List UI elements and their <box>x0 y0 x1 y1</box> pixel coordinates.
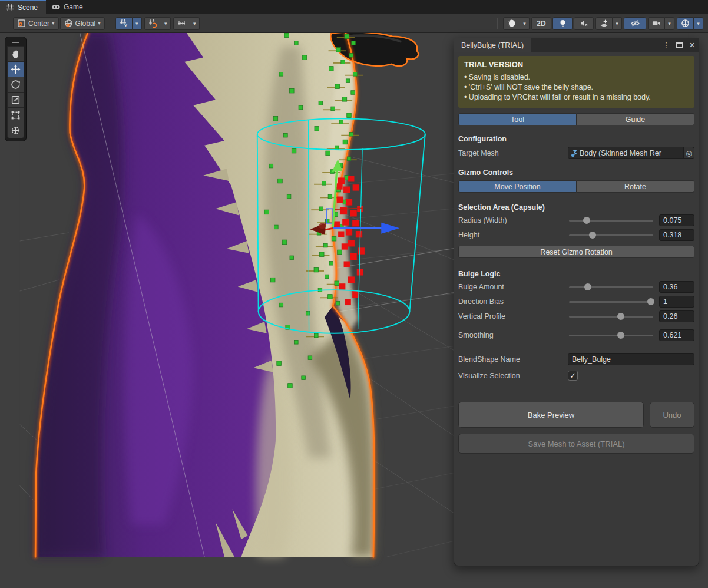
panel-close-button[interactable]: × <box>686 38 699 52</box>
bulge-amount-slider[interactable] <box>568 281 654 293</box>
bulge-amount-value[interactable]: 0.36 <box>659 281 694 293</box>
direction-bias-row: Direction Bias 1 <box>458 296 694 308</box>
trial-bullet: Saving is disabled. <box>464 72 689 82</box>
unity-editor: Scene Game Center ▾ <box>0 0 708 588</box>
smoothing-value[interactable]: 0.621 <box>659 329 694 341</box>
trial-notice-list: Saving is disabled. 'Ctrl+S' will NOT sa… <box>464 72 689 103</box>
smoothing-row: Smoothing 0.621 <box>458 329 694 341</box>
toolbar-separator <box>8 18 8 29</box>
effects-button[interactable] <box>595 17 613 30</box>
gizmos-caret[interactable]: ▾ <box>694 17 703 30</box>
tab-scene[interactable]: Scene <box>0 0 46 14</box>
bake-preview-button[interactable]: Bake Preview <box>458 402 644 428</box>
reset-gizmo-rotation-button[interactable]: Reset Gizmo Rotation <box>458 246 694 258</box>
rotate-label: Rotate <box>624 183 646 191</box>
gamepad-icon <box>52 3 60 11</box>
transform-tool[interactable] <box>7 123 24 138</box>
panel-title: BellyBulge (TRIAL) <box>461 41 524 49</box>
toolbar-separator <box>110 18 110 29</box>
close-icon: × <box>689 40 694 51</box>
draw-mode-button[interactable] <box>503 17 520 30</box>
tab-game[interactable]: Game <box>46 0 91 14</box>
draw-mode-caret[interactable]: ▾ <box>520 17 530 30</box>
move-position-button[interactable]: Move Position <box>458 180 577 193</box>
panel-header[interactable]: BellyBulge (TRIAL) ⋮ × <box>454 38 699 52</box>
height-label: Height <box>458 231 568 239</box>
grid-y-icon: Y <box>120 19 128 28</box>
radius-slider[interactable] <box>568 214 654 226</box>
skinned-mesh-icon <box>570 149 578 157</box>
blendshape-name-input[interactable]: Belly_Bulge <box>568 353 694 365</box>
snap-increment-button[interactable] <box>173 17 190 30</box>
direction-bias-slider[interactable] <box>568 296 654 308</box>
snap-increment-caret[interactable]: ▾ <box>190 17 200 30</box>
scale-tool[interactable] <box>7 92 24 108</box>
scene-lighting-button[interactable] <box>552 17 573 30</box>
vertical-profile-value[interactable]: 0.26 <box>659 310 694 322</box>
effects-caret[interactable]: ▾ <box>613 17 622 30</box>
panel-title-tab[interactable]: BellyBulge (TRIAL) <box>454 38 531 52</box>
panel-maximize-button[interactable] <box>673 38 686 52</box>
radius-value[interactable]: 0.075 <box>659 214 694 226</box>
tab-guide[interactable]: Guide <box>577 113 694 125</box>
height-value[interactable]: 0.318 <box>659 229 694 241</box>
rotate-button[interactable]: Rotate <box>577 180 694 193</box>
grid-snap-caret[interactable]: ▾ <box>161 17 171 30</box>
view-tabstrip: Scene Game <box>0 0 708 14</box>
undo-button[interactable]: Undo <box>650 402 694 428</box>
tab-tool-label: Tool <box>511 115 524 124</box>
vertical-profile-slider[interactable] <box>568 310 654 322</box>
move-position-label: Move Position <box>494 183 541 191</box>
hand-icon <box>11 49 21 59</box>
smoothing-slider[interactable] <box>568 329 654 341</box>
grid-visibility-button[interactable]: Y <box>115 17 133 30</box>
2d-label: 2D <box>537 19 545 28</box>
panel-menu-button[interactable]: ⋮ <box>660 38 673 52</box>
rect-tool[interactable] <box>7 107 24 123</box>
save-mesh-label: Save Mesh to Asset (TRIAL) <box>528 440 624 448</box>
smoothing-label: Smoothing <box>458 331 568 339</box>
toolbar-separator <box>497 18 498 29</box>
rect-tool-icon <box>11 110 21 120</box>
target-mesh-label: Target Mesh <box>458 149 568 157</box>
bulge-amount-label: Bulge Amount <box>458 283 568 291</box>
grid-visibility-caret[interactable]: ▾ <box>133 17 142 30</box>
target-mesh-field[interactable]: Body (Skinned Mesh Rer ◎ <box>568 147 694 159</box>
object-picker-icon[interactable]: ◎ <box>683 147 694 158</box>
move-icon <box>11 64 21 74</box>
scene-audio-button[interactable] <box>574 17 594 30</box>
overlay-drag-handle[interactable] <box>7 39 24 45</box>
grid-snap-button[interactable] <box>144 17 161 30</box>
pivot-mode-dropdown[interactable]: Center ▾ <box>13 17 59 30</box>
bulge-amount-row: Bulge Amount 0.36 <box>458 281 694 293</box>
height-row: Height 0.318 <box>458 229 694 241</box>
2d-toggle-button[interactable]: 2D <box>531 17 551 30</box>
trial-bullet: 'Ctrl+S' will NOT save the belly shape. <box>464 82 689 93</box>
bellybulge-panel: BellyBulge (TRIAL) ⋮ × TRIAL VERSION Sav… <box>454 38 699 566</box>
save-mesh-button[interactable]: Save Mesh to Asset (TRIAL) <box>458 434 694 454</box>
camera-settings-button[interactable] <box>648 17 665 30</box>
radius-label: Radius (Width) <box>458 216 568 224</box>
tab-scene-label: Scene <box>18 4 38 12</box>
configuration-header: Configuration <box>458 135 694 143</box>
gizmos-button[interactable] <box>677 17 694 30</box>
scene-visibility-button[interactable] <box>624 17 646 30</box>
height-slider[interactable] <box>568 229 654 241</box>
eye-hidden-icon <box>631 19 640 28</box>
panel-mode-tabs: Tool Guide <box>458 113 694 125</box>
move-tool[interactable] <box>7 61 24 77</box>
shading-sphere-icon <box>507 19 516 28</box>
direction-bias-value[interactable]: 1 <box>659 296 694 308</box>
view-pan-tool[interactable] <box>7 46 24 62</box>
light-bulb-icon <box>558 19 567 28</box>
avatar-body[interactable] <box>35 33 375 557</box>
tab-tool[interactable]: Tool <box>458 113 577 125</box>
camera-icon <box>652 19 661 28</box>
visualize-selection-checkbox[interactable]: ✓ <box>568 371 578 381</box>
rotate-tool[interactable] <box>7 77 24 93</box>
gizmo-controls-header: Gizmo Controls <box>458 169 694 177</box>
orientation-label: Global <box>75 19 96 28</box>
bake-preview-label: Bake Preview <box>528 411 574 419</box>
orientation-dropdown[interactable]: Global ▾ <box>60 17 105 30</box>
camera-settings-caret[interactable]: ▾ <box>665 17 674 30</box>
